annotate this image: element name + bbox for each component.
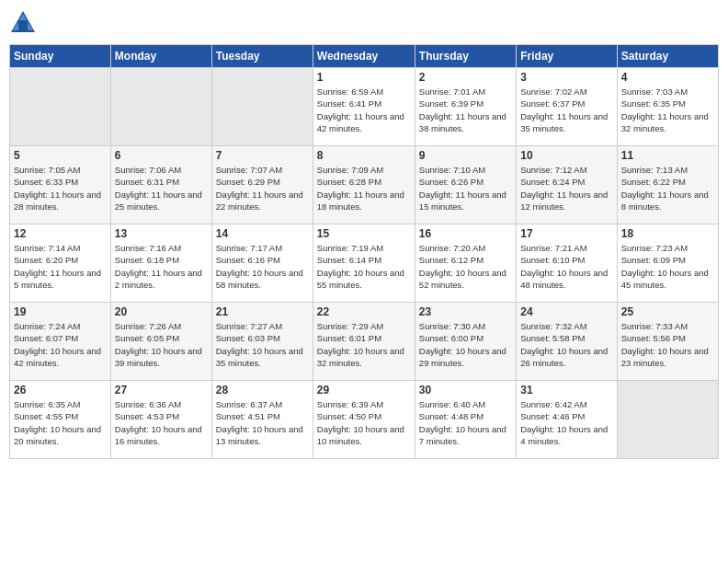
week-row-5: 26Sunrise: 6:35 AM Sunset: 4:55 PM Dayli… — [10, 381, 719, 459]
day-number: 30 — [419, 384, 512, 396]
day-info: Sunrise: 7:27 AM Sunset: 6:03 PM Dayligh… — [216, 320, 309, 369]
day-number: 18 — [621, 227, 714, 240]
day-info: Sunrise: 7:12 AM Sunset: 6:24 PM Dayligh… — [520, 164, 612, 213]
day-info: Sunrise: 7:24 AM Sunset: 6:07 PM Dayligh… — [14, 320, 107, 369]
calendar-cell: 4Sunrise: 7:03 AM Sunset: 6:35 PM Daylig… — [617, 68, 718, 146]
day-number: 22 — [317, 305, 411, 318]
day-number: 1 — [317, 71, 411, 84]
calendar-cell: 17Sunrise: 7:21 AM Sunset: 6:10 PM Dayli… — [517, 224, 617, 303]
day-number: 29 — [317, 384, 411, 396]
day-number: 27 — [115, 384, 208, 396]
calendar-cell: 12Sunrise: 7:14 AM Sunset: 6:20 PM Dayli… — [10, 224, 111, 303]
day-number: 19 — [14, 305, 107, 318]
day-number: 12 — [14, 227, 107, 240]
day-info: Sunrise: 7:05 AM Sunset: 6:33 PM Dayligh… — [14, 164, 107, 213]
day-info: Sunrise: 7:01 AM Sunset: 6:39 PM Dayligh… — [419, 86, 512, 134]
calendar-cell: 19Sunrise: 7:24 AM Sunset: 6:07 PM Dayli… — [10, 303, 111, 381]
calendar-cell — [211, 68, 313, 146]
calendar-table: SundayMondayTuesdayWednesdayThursdayFrid… — [9, 44, 719, 459]
weekday-header-saturday: Saturday — [617, 45, 718, 68]
calendar-cell: 2Sunrise: 7:01 AM Sunset: 6:39 PM Daylig… — [415, 68, 516, 146]
calendar-cell: 10Sunrise: 7:12 AM Sunset: 6:24 PM Dayli… — [517, 146, 617, 224]
calendar-cell: 14Sunrise: 7:17 AM Sunset: 6:16 PM Dayli… — [211, 224, 313, 303]
weekday-header-row: SundayMondayTuesdayWednesdayThursdayFrid… — [10, 45, 719, 68]
day-info: Sunrise: 7:14 AM Sunset: 6:20 PM Dayligh… — [14, 242, 107, 291]
day-number: 24 — [520, 305, 612, 318]
calendar-cell: 29Sunrise: 6:39 AM Sunset: 4:50 PM Dayli… — [313, 381, 415, 459]
day-info: Sunrise: 7:29 AM Sunset: 6:01 PM Dayligh… — [317, 320, 411, 369]
day-number: 10 — [520, 149, 612, 162]
day-number: 4 — [621, 71, 714, 84]
day-number: 2 — [419, 71, 512, 84]
week-row-2: 5Sunrise: 7:05 AM Sunset: 6:33 PM Daylig… — [10, 146, 719, 224]
calendar-cell: 28Sunrise: 6:37 AM Sunset: 4:51 PM Dayli… — [211, 381, 313, 459]
calendar-cell — [617, 381, 718, 459]
day-info: Sunrise: 7:07 AM Sunset: 6:29 PM Dayligh… — [216, 164, 309, 213]
day-number: 5 — [14, 149, 107, 162]
weekday-header-wednesday: Wednesday — [313, 45, 415, 68]
day-number: 26 — [14, 384, 107, 396]
day-number: 20 — [115, 305, 208, 318]
calendar-cell: 30Sunrise: 6:40 AM Sunset: 4:48 PM Dayli… — [415, 381, 516, 459]
day-info: Sunrise: 7:20 AM Sunset: 6:12 PM Dayligh… — [419, 242, 512, 291]
calendar-page: SundayMondayTuesdayWednesdayThursdayFrid… — [0, 0, 728, 468]
day-number: 9 — [419, 149, 512, 162]
weekday-header-tuesday: Tuesday — [211, 45, 313, 68]
calendar-cell: 3Sunrise: 7:02 AM Sunset: 6:37 PM Daylig… — [517, 68, 617, 146]
calendar-cell: 8Sunrise: 7:09 AM Sunset: 6:28 PM Daylig… — [313, 146, 415, 224]
day-number: 25 — [621, 305, 714, 318]
day-info: Sunrise: 6:35 AM Sunset: 4:55 PM Dayligh… — [14, 398, 107, 447]
weekday-header-friday: Friday — [517, 45, 617, 68]
day-info: Sunrise: 7:06 AM Sunset: 6:31 PM Dayligh… — [115, 164, 208, 213]
day-info: Sunrise: 6:39 AM Sunset: 4:50 PM Dayligh… — [317, 398, 411, 447]
calendar-cell: 11Sunrise: 7:13 AM Sunset: 6:22 PM Dayli… — [617, 146, 718, 224]
day-info: Sunrise: 7:09 AM Sunset: 6:28 PM Dayligh… — [317, 164, 411, 213]
day-info: Sunrise: 7:17 AM Sunset: 6:16 PM Dayligh… — [216, 242, 309, 291]
day-info: Sunrise: 7:30 AM Sunset: 6:00 PM Dayligh… — [419, 320, 512, 369]
day-info: Sunrise: 6:40 AM Sunset: 4:48 PM Dayligh… — [419, 398, 512, 447]
day-info: Sunrise: 7:23 AM Sunset: 6:09 PM Dayligh… — [621, 242, 714, 291]
day-number: 11 — [621, 149, 714, 162]
calendar-cell — [10, 68, 111, 146]
calendar-cell: 22Sunrise: 7:29 AM Sunset: 6:01 PM Dayli… — [313, 303, 415, 381]
day-info: Sunrise: 6:42 AM Sunset: 4:46 PM Dayligh… — [520, 398, 612, 447]
day-number: 21 — [216, 305, 309, 318]
day-number: 13 — [115, 227, 208, 240]
day-info: Sunrise: 7:33 AM Sunset: 5:56 PM Dayligh… — [621, 320, 714, 369]
week-row-4: 19Sunrise: 7:24 AM Sunset: 6:07 PM Dayli… — [10, 303, 719, 381]
day-number: 15 — [317, 227, 411, 240]
svg-rect-2 — [18, 20, 28, 30]
calendar-cell: 7Sunrise: 7:07 AM Sunset: 6:29 PM Daylig… — [211, 146, 313, 224]
calendar-cell: 27Sunrise: 6:36 AM Sunset: 4:53 PM Dayli… — [110, 381, 211, 459]
day-info: Sunrise: 7:19 AM Sunset: 6:14 PM Dayligh… — [317, 242, 411, 291]
day-number: 8 — [317, 149, 411, 162]
day-info: Sunrise: 7:10 AM Sunset: 6:26 PM Dayligh… — [419, 164, 512, 213]
day-number: 14 — [216, 227, 309, 240]
calendar-cell: 15Sunrise: 7:19 AM Sunset: 6:14 PM Dayli… — [313, 224, 415, 303]
calendar-cell: 16Sunrise: 7:20 AM Sunset: 6:12 PM Dayli… — [415, 224, 516, 303]
calendar-cell: 13Sunrise: 7:16 AM Sunset: 6:18 PM Dayli… — [110, 224, 211, 303]
day-info: Sunrise: 6:37 AM Sunset: 4:51 PM Dayligh… — [216, 398, 309, 447]
day-number: 6 — [115, 149, 208, 162]
calendar-cell: 31Sunrise: 6:42 AM Sunset: 4:46 PM Dayli… — [517, 381, 617, 459]
calendar-cell: 9Sunrise: 7:10 AM Sunset: 6:26 PM Daylig… — [415, 146, 516, 224]
day-info: Sunrise: 6:59 AM Sunset: 6:41 PM Dayligh… — [317, 86, 411, 134]
calendar-cell: 24Sunrise: 7:32 AM Sunset: 5:58 PM Dayli… — [517, 303, 617, 381]
day-number: 16 — [419, 227, 512, 240]
calendar-cell: 18Sunrise: 7:23 AM Sunset: 6:09 PM Dayli… — [617, 224, 718, 303]
week-row-3: 12Sunrise: 7:14 AM Sunset: 6:20 PM Dayli… — [10, 224, 719, 303]
calendar-cell: 25Sunrise: 7:33 AM Sunset: 5:56 PM Dayli… — [617, 303, 718, 381]
day-info: Sunrise: 7:16 AM Sunset: 6:18 PM Dayligh… — [115, 242, 208, 291]
day-info: Sunrise: 7:13 AM Sunset: 6:22 PM Dayligh… — [621, 164, 714, 213]
week-row-1: 1Sunrise: 6:59 AM Sunset: 6:41 PM Daylig… — [10, 68, 719, 146]
day-info: Sunrise: 7:21 AM Sunset: 6:10 PM Dayligh… — [520, 242, 612, 291]
calendar-cell: 6Sunrise: 7:06 AM Sunset: 6:31 PM Daylig… — [110, 146, 211, 224]
day-info: Sunrise: 7:26 AM Sunset: 6:05 PM Dayligh… — [115, 320, 208, 369]
calendar-cell: 5Sunrise: 7:05 AM Sunset: 6:33 PM Daylig… — [10, 146, 111, 224]
weekday-header-monday: Monday — [110, 45, 211, 68]
day-info: Sunrise: 7:32 AM Sunset: 5:58 PM Dayligh… — [520, 320, 612, 369]
logo — [9, 9, 40, 37]
day-info: Sunrise: 7:02 AM Sunset: 6:37 PM Dayligh… — [520, 86, 612, 134]
weekday-header-sunday: Sunday — [10, 45, 111, 68]
day-number: 17 — [520, 227, 612, 240]
